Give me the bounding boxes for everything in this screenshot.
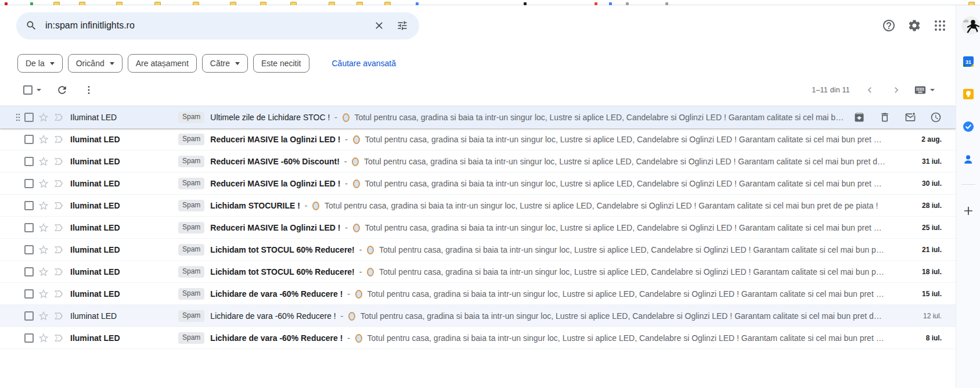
mirror-emoji-icon [353,135,360,144]
spam-label-badge: Spam [178,244,204,256]
delete-icon[interactable] [879,112,891,123]
spam-label-badge: Spam [178,178,204,189]
email-row[interactable]: Iluminat LED Spam Lichidare de vara -60%… [0,305,956,327]
importance-marker-icon[interactable] [53,310,64,322]
filter-chip[interactable]: Oricând [68,54,123,73]
importance-marker-icon[interactable] [53,266,64,278]
favicon-fragment [5,2,8,5]
star-icon[interactable] [38,156,49,167]
previous-page-icon[interactable] [863,83,877,97]
row-checkbox[interactable] [24,179,34,188]
search-input[interactable] [45,20,372,31]
email-row[interactable]: Iluminat LED Spam Reduceri MASIVE la Ogl… [0,128,956,150]
select-all-checkbox[interactable] [23,85,33,95]
row-checkbox[interactable] [24,223,34,232]
email-row[interactable]: Iluminat LED Spam Reduceri MASIVE la Ogl… [0,217,956,239]
row-checkbox[interactable] [24,267,34,276]
filter-chip[interactable]: Este necitit [253,54,309,73]
clear-search-icon[interactable] [372,18,387,33]
star-icon[interactable] [38,112,49,123]
star-icon[interactable] [38,310,49,322]
drag-handle-icon[interactable] [16,113,20,123]
row-checkbox[interactable] [24,201,34,210]
next-page-icon[interactable] [889,83,903,97]
archive-icon[interactable] [853,112,865,123]
settings-gear-icon[interactable] [907,18,922,33]
contacts-icon[interactable] [963,153,974,165]
favicon-fragment [416,2,419,5]
svg-text:31: 31 [965,59,971,65]
calendar-icon[interactable]: 31 [963,56,974,67]
importance-marker-icon[interactable] [53,222,64,233]
star-icon[interactable] [38,134,49,145]
more-options-icon[interactable] [82,83,96,97]
mark-as-read-icon[interactable] [905,112,916,123]
separator: - [305,201,308,210]
select-dropdown-icon[interactable] [37,89,41,91]
email-row[interactable]: Iluminat LED Spam Reduceri MASIVE -60% D… [0,150,956,173]
email-row[interactable]: Iluminat LED Spam Reduceri MASIVE la Ogl… [0,173,956,195]
star-icon[interactable] [38,222,49,233]
row-checkbox[interactable] [24,113,34,122]
star-icon[interactable] [38,266,49,278]
row-checkbox[interactable] [24,311,34,321]
filter-chip[interactable]: Are atașament [128,54,197,73]
get-add-ons-button[interactable] [963,205,974,217]
google-apps-grid-icon[interactable] [932,18,947,33]
snippet: Totul pentru casa, gradina si baia ta in… [367,289,886,299]
email-content: Spam Lichidam tot STOCUL 60% Reducere! -… [178,266,886,278]
importance-marker-icon[interactable] [53,112,64,123]
star-icon[interactable] [38,332,49,344]
refresh-icon[interactable] [55,83,69,97]
filter-chip[interactable]: Către [202,54,248,73]
keep-icon[interactable] [963,88,974,100]
advanced-search-link[interactable]: Căutare avansată [332,59,397,68]
sender: Iluminat LED [70,201,178,210]
separator: - [347,333,350,343]
star-icon[interactable] [38,288,49,300]
star-icon[interactable] [38,200,49,211]
importance-marker-icon[interactable] [53,244,64,256]
snooze-icon[interactable] [930,112,942,123]
subject: Lichidare de vara -60% Reducere ! [210,289,343,299]
bookmark-folder-icon [384,2,391,5]
subject: Lichidam STOCURILE ! [210,201,300,210]
help-icon[interactable] [881,18,896,33]
snippet: Totul pentru casa, gradina si baia ta in… [361,311,886,321]
row-checkbox[interactable] [24,157,34,166]
email-row[interactable]: Iluminat LED Spam Lichidam STOCURILE ! -… [0,195,956,217]
search-icon[interactable] [26,20,37,31]
chevron-down-icon [50,62,55,65]
row-checkbox[interactable] [24,135,34,144]
favicon-fragment [665,2,668,5]
keyboard-icon[interactable] [914,84,927,96]
snippet: Totul pentru casa, gradina si baia ta in… [365,135,887,144]
row-checkbox[interactable] [24,245,34,254]
importance-marker-icon[interactable] [53,178,64,189]
email-row[interactable]: Iluminat LED Spam Lichidare de vara -60%… [0,283,956,305]
snippet: Totul pentru casa, gradina si baia ta in… [354,113,845,122]
email-row[interactable]: Iluminat LED Spam Ultimele zile de Lichi… [0,106,956,128]
filter-chip[interactable]: De la [17,54,63,73]
snippet: Totul pentru casa, gradina si baia ta in… [325,201,878,210]
email-row[interactable]: Iluminat LED Spam Lichidam tot STOCUL 60… [0,239,956,261]
row-checkbox[interactable] [24,333,34,343]
input-tools-dropdown[interactable] [914,84,935,96]
importance-marker-icon[interactable] [53,332,64,344]
row-checkbox[interactable] [24,289,34,299]
importance-marker-icon[interactable] [53,200,64,211]
email-row[interactable]: Iluminat LED Spam Lichidam tot STOCUL 60… [0,261,956,283]
search-options-icon[interactable] [395,18,410,33]
star-icon[interactable] [38,178,49,189]
importance-marker-icon[interactable] [53,156,64,167]
importance-marker-icon[interactable] [53,288,64,300]
account-avatar[interactable] [961,16,980,35]
separator: - [344,157,347,166]
tasks-icon[interactable] [963,121,974,132]
search-bar[interactable] [16,12,419,39]
email-row[interactable]: Iluminat LED Spam Lichidare de vara -60%… [0,327,956,349]
importance-marker-icon[interactable] [53,134,64,145]
star-icon[interactable] [38,244,49,256]
bookmark-folder-icon [230,2,236,5]
email-date: 30 iul. [886,179,942,188]
